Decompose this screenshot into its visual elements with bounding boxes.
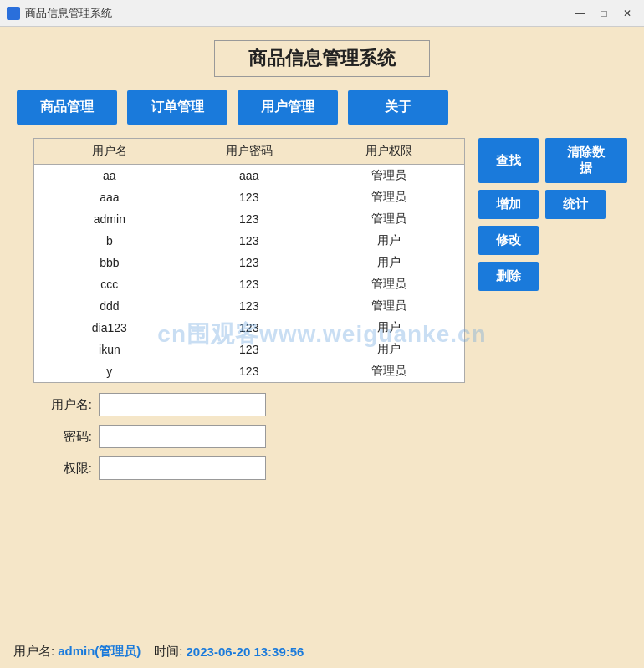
cell-role: 管理员 [314, 208, 464, 230]
cell-username: aa [34, 165, 185, 187]
add-button[interactable]: 增加 [478, 190, 539, 219]
action-row-1: 查找 清除数据 [478, 138, 627, 183]
col-role-header: 用户权限 [314, 139, 464, 165]
table-row[interactable]: aaa 123 管理员 [34, 186, 464, 208]
status-username-label: 用户名: [13, 644, 54, 660]
cell-password: 123 [185, 208, 314, 230]
cell-password: aaa [185, 165, 314, 187]
clear-data-button[interactable]: 清除数据 [545, 138, 627, 183]
cell-username: dia123 [34, 317, 185, 339]
nav-buttons: 商品管理 订单管理 用户管理 关于 [17, 90, 627, 125]
cell-password: 123 [185, 339, 314, 360]
table-row[interactable]: ddd 123 管理员 [34, 295, 464, 317]
role-label: 权限: [33, 461, 92, 477]
main-content: 商品信息管理系统 商品管理 订单管理 用户管理 关于 用户名 用户密码 用户权限… [0, 27, 644, 635]
cell-role: 管理员 [314, 360, 464, 382]
cell-username: ccc [34, 273, 185, 295]
cell-password: 123 [185, 360, 314, 382]
cell-role: 用户 [314, 339, 464, 360]
title-bar: 商品信息管理系统 — □ ✕ [0, 0, 644, 27]
title-bar-left: 商品信息管理系统 [7, 6, 112, 21]
table-row[interactable]: aa aaa 管理员 [34, 165, 464, 187]
cell-role: 管理员 [314, 273, 464, 295]
action-buttons: 查找 清除数据 增加 统计 修改 删除 [478, 138, 627, 291]
table-row[interactable]: dia123 123 用户 [34, 317, 464, 339]
cell-role: 用户 [314, 230, 464, 252]
password-input[interactable] [99, 425, 266, 448]
form-section: 用户名: 密码: 权限: [33, 393, 627, 488]
table-row[interactable]: ikun 123 用户 [34, 339, 464, 360]
col-password-header: 用户密码 [185, 139, 314, 165]
password-label: 密码: [33, 429, 92, 445]
cell-username: aaa [34, 186, 185, 208]
role-input[interactable] [99, 456, 266, 480]
title-bar-text: 商品信息管理系统 [25, 6, 112, 21]
cell-username: ddd [34, 295, 185, 317]
minimize-button[interactable]: — [570, 5, 590, 22]
app-title-section: 商品信息管理系统 [17, 40, 627, 77]
cell-password: 123 [185, 317, 314, 339]
password-row: 密码: [33, 425, 627, 448]
action-row-3: 修改 [478, 226, 539, 255]
cell-role: 管理员 [314, 165, 464, 187]
role-row: 权限: [33, 456, 627, 480]
goods-mgmt-button[interactable]: 商品管理 [17, 90, 117, 125]
app-title-box: 商品信息管理系统 [214, 40, 430, 77]
statistics-button[interactable]: 统计 [545, 190, 606, 219]
table-row[interactable]: admin 123 管理员 [34, 208, 464, 230]
status-time-value: 2023-06-20 13:39:56 [187, 645, 304, 659]
user-mgmt-button[interactable]: 用户管理 [238, 90, 338, 125]
username-label: 用户名: [33, 397, 92, 413]
table-row[interactable]: b 123 用户 [34, 230, 464, 252]
cell-username: y [34, 360, 185, 382]
status-time-label: 时间: [154, 644, 182, 660]
cell-username: admin [34, 208, 185, 230]
table-header-row: 用户名 用户密码 用户权限 [34, 139, 464, 165]
action-row-4: 删除 [478, 262, 539, 291]
cell-role: 用户 [314, 252, 464, 273]
user-table-container: 用户名 用户密码 用户权限 aa aaa 管理员 aaa 123 管理员 adm… [33, 138, 465, 383]
search-button[interactable]: 查找 [478, 138, 539, 183]
table-row[interactable]: y 123 管理员 [34, 360, 464, 382]
title-bar-controls: — □ ✕ [570, 5, 637, 22]
maximize-button[interactable]: □ [594, 5, 614, 22]
order-mgmt-button[interactable]: 订单管理 [127, 90, 227, 125]
modify-button[interactable]: 修改 [478, 226, 539, 255]
username-input[interactable] [99, 393, 266, 416]
form-fields: 用户名: 密码: 权限: [33, 393, 627, 488]
cell-username: b [34, 230, 185, 252]
user-table: 用户名 用户密码 用户权限 aa aaa 管理员 aaa 123 管理员 adm… [34, 139, 464, 382]
cell-role: 管理员 [314, 186, 464, 208]
cell-password: 123 [185, 295, 314, 317]
app-icon [7, 7, 20, 20]
cell-role: 用户 [314, 317, 464, 339]
app-title-text: 商品信息管理系统 [248, 48, 396, 69]
cell-password: 123 [185, 230, 314, 252]
col-username-header: 用户名 [34, 139, 185, 165]
table-body: aa aaa 管理员 aaa 123 管理员 admin 123 管理员 b 1… [34, 165, 464, 383]
cell-password: 123 [185, 186, 314, 208]
cell-password: 123 [185, 252, 314, 273]
about-button[interactable]: 关于 [348, 90, 448, 125]
status-bar: 用户名: admin(管理员) 时间: 2023-06-20 13:39:56 [0, 635, 644, 668]
cell-role: 管理员 [314, 295, 464, 317]
delete-button[interactable]: 删除 [478, 262, 539, 291]
status-username-value: admin(管理员) [58, 644, 141, 660]
action-row-2: 增加 统计 [478, 190, 606, 219]
close-button[interactable]: ✕ [617, 5, 637, 22]
cell-password: 123 [185, 273, 314, 295]
cell-username: bbb [34, 252, 185, 273]
cell-username: ikun [34, 339, 185, 360]
table-row[interactable]: bbb 123 用户 [34, 252, 464, 273]
username-row: 用户名: [33, 393, 627, 416]
table-row[interactable]: ccc 123 管理员 [34, 273, 464, 295]
